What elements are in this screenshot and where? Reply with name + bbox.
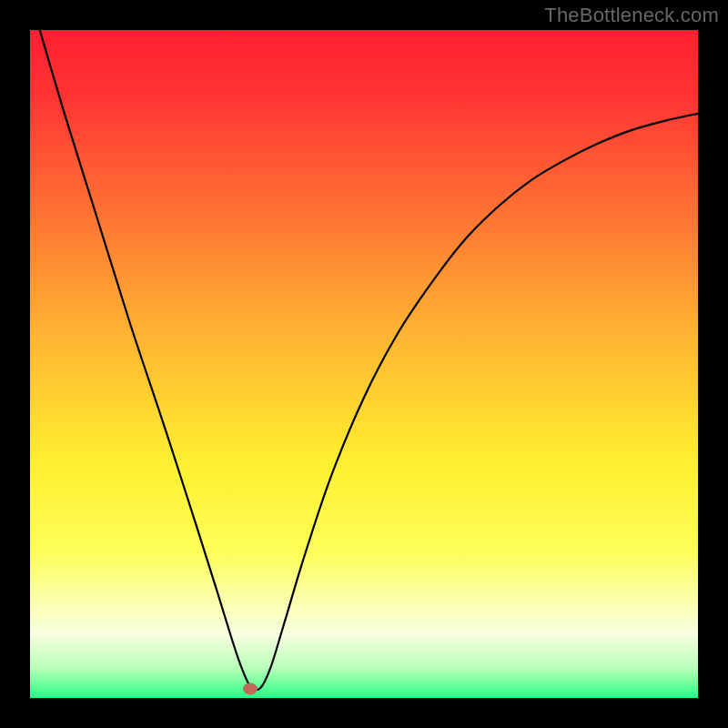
- optimum-marker: [243, 683, 258, 695]
- curve-line: [30, 30, 698, 698]
- watermark-label: TheBottleneck.com: [544, 4, 719, 27]
- plot-area: [30, 30, 698, 698]
- chart-frame: TheBottleneck.com: [0, 0, 728, 728]
